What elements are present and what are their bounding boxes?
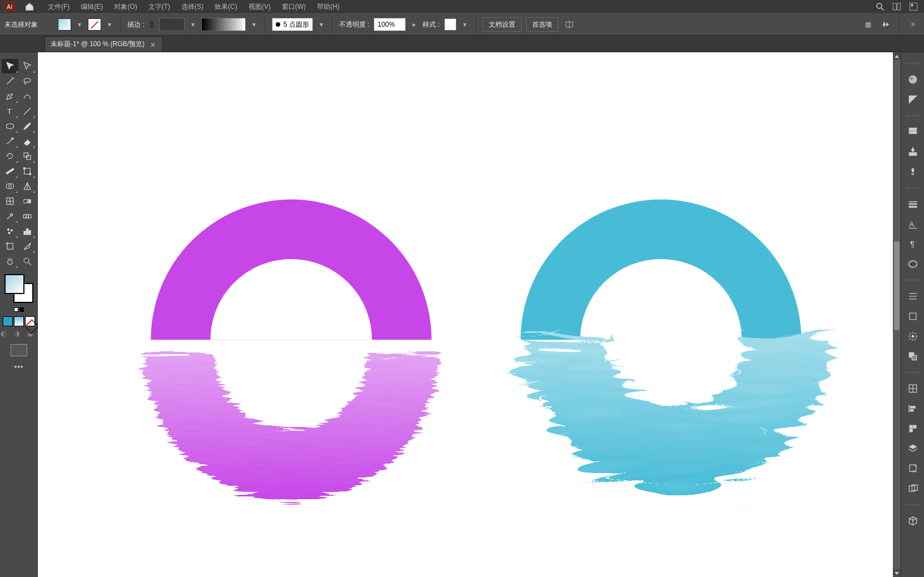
direct-selection-tool[interactable] (19, 59, 36, 73)
arrange-documents-icon[interactable] (890, 1, 904, 13)
type-tool[interactable]: T (2, 104, 18, 118)
menu-effect[interactable]: 效果(C) (210, 1, 242, 13)
edit-toolbar-icon[interactable]: ••• (0, 362, 37, 372)
swap-default-colors[interactable] (14, 307, 24, 312)
shaper-tool[interactable] (2, 134, 18, 148)
scroll-up-button[interactable] (893, 52, 901, 60)
free-transform-tool[interactable] (19, 164, 36, 178)
menu-window[interactable]: 窗口(W) (277, 1, 310, 13)
brush-dropdown[interactable]: ▾ (317, 18, 325, 31)
workspace-switcher-icon[interactable] (906, 1, 921, 13)
character-panel-icon[interactable]: A (905, 217, 921, 231)
screen-mode-icon[interactable] (11, 344, 27, 356)
stroke-panel-icon[interactable] (905, 197, 921, 211)
graphic-styles-panel-icon[interactable] (905, 421, 921, 436)
home-button[interactable] (21, 1, 38, 13)
scrollbar-thumb[interactable] (894, 241, 900, 330)
hand-tool[interactable] (2, 254, 18, 268)
opentype-panel-icon[interactable] (905, 257, 921, 271)
stroke-weight-dropdown[interactable]: ▾ (189, 18, 197, 31)
scroll-down-button[interactable] (893, 569, 901, 577)
symbols-panel-icon[interactable] (905, 165, 921, 179)
stroke-weight-select[interactable] (159, 18, 185, 31)
blend-tool[interactable] (19, 209, 36, 223)
mesh-tool[interactable] (2, 194, 18, 208)
eraser-tool[interactable] (19, 134, 36, 148)
fill-swatch[interactable] (58, 18, 71, 31)
color-panel-icon[interactable] (905, 72, 921, 87)
style-dropdown[interactable]: ▾ (461, 18, 469, 31)
svg-rect-80 (913, 425, 916, 428)
control-menu-icon[interactable]: ≡ (906, 18, 920, 31)
menu-type[interactable]: 文字(T) (144, 1, 175, 13)
opacity-input[interactable]: 100% (374, 18, 406, 31)
menu-object[interactable]: 对象(O) (110, 1, 141, 13)
none-color-mode[interactable] (25, 316, 35, 326)
libraries-panel-icon[interactable] (905, 145, 921, 159)
gradient-color-mode[interactable] (14, 316, 24, 326)
zoom-tool[interactable] (19, 254, 36, 268)
document-tab[interactable]: 未标题-1* @ 100 % (RGB/预览) ✕ (44, 36, 163, 52)
variable-width-profile[interactable] (201, 18, 246, 31)
pathfinder-panel-icon[interactable] (905, 349, 921, 364)
transform-panel-icon[interactable]: ▦ (861, 18, 875, 31)
scale-tool[interactable] (19, 149, 36, 163)
opacity-dropdown[interactable]: ▸ (410, 18, 418, 31)
align-to-icon[interactable] (563, 18, 576, 31)
appearance-panel-icon[interactable] (905, 329, 921, 344)
paintbrush-tool[interactable] (19, 119, 36, 133)
shape-builder-tool[interactable] (2, 179, 18, 193)
menu-file[interactable]: 文件(F) (43, 1, 74, 13)
artboards-panel-icon[interactable] (905, 481, 921, 496)
menu-view[interactable]: 视图(V) (244, 1, 275, 13)
color-guide-panel-icon[interactable] (905, 92, 921, 107)
fill-stroke-indicator[interactable] (4, 274, 33, 303)
graphic-style-swatch[interactable] (444, 18, 456, 31)
grid-panel-icon[interactable] (905, 381, 921, 396)
draw-behind-icon[interactable]: ◑ (14, 330, 24, 340)
paragraph-panel-icon[interactable]: ¶ (905, 237, 921, 251)
variable-width-dropdown[interactable]: ▾ (250, 18, 258, 31)
selection-tool[interactable] (2, 59, 18, 73)
brush-definition-select[interactable]: 5 点圆形 (272, 18, 313, 31)
3d-panel-icon[interactable] (905, 514, 921, 528)
fill-color-box[interactable] (4, 274, 24, 294)
search-icon[interactable] (873, 1, 887, 13)
symbol-sprayer-tool[interactable] (2, 224, 18, 238)
draw-normal-icon[interactable]: ◐ (1, 330, 11, 340)
gradient-tool[interactable] (19, 194, 36, 208)
slice-tool[interactable] (19, 239, 36, 253)
lasso-tool[interactable] (19, 74, 36, 88)
menu-edit[interactable]: 编辑(E) (76, 1, 107, 13)
eyedropper-tool[interactable] (2, 209, 18, 223)
align-left-panel-icon[interactable] (905, 401, 921, 416)
align-panel-icon[interactable] (905, 289, 921, 304)
ellipse-tool[interactable] (2, 119, 18, 133)
magic-wand-tool[interactable] (2, 74, 18, 88)
layers-panel-icon[interactable] (905, 441, 921, 456)
document-setup-button[interactable]: 文档设置 (483, 17, 521, 32)
preferences-button[interactable]: 首选项 (526, 17, 558, 32)
tab-close-icon[interactable]: ✕ (150, 41, 157, 48)
solid-color-mode[interactable] (3, 316, 13, 326)
pen-tool[interactable] (2, 89, 18, 103)
vertical-scrollbar[interactable] (893, 52, 901, 577)
menu-select[interactable]: 选择(S) (177, 1, 208, 13)
stroke-dropdown[interactable]: ▾ (106, 18, 113, 31)
curvature-tool[interactable] (19, 89, 36, 103)
perspective-grid-tool[interactable] (19, 179, 36, 193)
transform-panel-icon[interactable] (905, 309, 921, 324)
artboard-tool[interactable] (2, 239, 18, 253)
line-tool[interactable] (19, 104, 36, 118)
column-graph-tool[interactable] (19, 224, 36, 238)
width-tool[interactable] (2, 164, 18, 178)
canvas[interactable] (38, 52, 901, 577)
stroke-swatch-none[interactable] (88, 18, 101, 31)
align-panel-shortcut-icon[interactable] (879, 18, 892, 31)
fill-dropdown[interactable]: ▾ (76, 18, 83, 31)
rotate-tool[interactable] (2, 149, 18, 163)
properties-panel-icon[interactable] (905, 125, 921, 139)
menu-help[interactable]: 帮助(H) (312, 1, 344, 13)
stroke-weight-stepper[interactable] (149, 20, 155, 29)
asset-export-panel-icon[interactable] (905, 461, 921, 476)
